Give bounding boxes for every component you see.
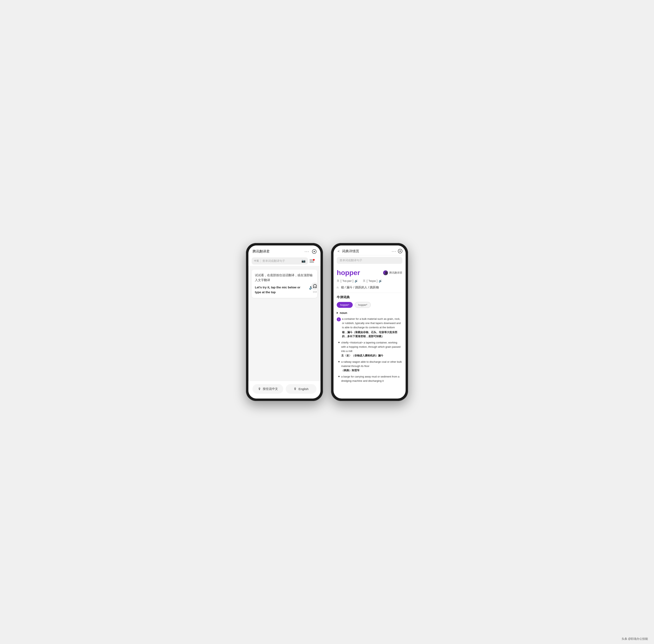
oxford-title: 牛津词典 (337, 295, 402, 300)
def-entry-1: 1 a container for a bulk material such a… (337, 317, 402, 338)
main-container: 腾讯翻译君 ··· 中英 查单词或翻译句子 📷 (246, 243, 408, 401)
left-phone: 腾讯翻译君 ··· 中英 查单词或翻译句子 📷 (246, 243, 323, 401)
more-icon[interactable]: ··· (305, 249, 309, 254)
def-1-content: a container for a bulk material such as … (342, 317, 402, 338)
svg-point-1 (385, 272, 387, 274)
notification-dot (313, 259, 315, 261)
phon-us-text: [ ˈhɑːpər ] (341, 279, 353, 282)
bottom-bar: 🎙 按住说中文 🎙 English (248, 381, 320, 398)
dict-content: hopper 腾讯翻译君 美 (334, 266, 406, 398)
menu-line-3 (310, 262, 314, 262)
right-phone: ＜ 词典详情页 ··· 查单词或翻译句子 hopper (331, 243, 408, 401)
app-title: 腾讯翻译君 (252, 249, 270, 254)
brand-icon (383, 270, 388, 275)
dict-title: 词典详情页 (342, 249, 390, 254)
record-icon[interactable] (312, 249, 316, 254)
side-panel: 🎧 语译 (311, 282, 318, 294)
watermark: 头条 @职场办公技能 (622, 637, 648, 641)
bullet-4-en: a barge for carrying away mud or sedimen… (341, 375, 402, 383)
mic-english-button[interactable]: 🎙 English (286, 384, 316, 394)
pos-header-noun: noun (337, 311, 402, 315)
content-area: 试试看，在底部按住说话翻译，或在顶部输入文字翻译 Let's try it, t… (248, 266, 320, 381)
phon-uk-speaker[interactable]: 🔊 (379, 279, 382, 282)
pos: n. (337, 285, 339, 290)
bullet-3 (338, 361, 340, 362)
phon-us-speaker[interactable]: 🔊 (355, 279, 358, 282)
translation-box: 试试看，在底部按住说话翻译，或在顶部输入文字翻译 Let's try it, t… (252, 270, 317, 298)
top-search-bar: 中英 查单词或翻译句子 📷 (248, 256, 320, 266)
bullet-2-en: chiefly <historical> a tapering containe… (341, 341, 402, 353)
mic-chinese-icon: 🎙 (258, 387, 261, 391)
word-heading: hopper 腾讯翻译君 (337, 269, 402, 277)
word-main: hopper (337, 269, 360, 277)
def-brief: n. 箱 / 漏斗 / 跳跃的人 / 跳跃物 (337, 285, 402, 290)
tab-hopper2[interactable]: hopper² (355, 302, 371, 308)
def-number-1: 1 (337, 317, 341, 321)
back-button[interactable]: ＜ (337, 249, 340, 254)
phon-uk-region: 英 (363, 279, 365, 283)
bullet-3-en: a railway wagon able to discharge coal o… (341, 360, 402, 368)
right-screen: ＜ 词典详情页 ··· 查单词或翻译句子 hopper (334, 246, 406, 398)
phonetic-uk: 英 [ ˈhɒpə ] 🔊 (363, 279, 382, 283)
translated-text: Let's try it, tap the mic below or type … (255, 285, 307, 295)
mic-chinese-button[interactable]: 🎙 按住说中文 (252, 384, 283, 394)
camera-icon[interactable]: 📷 (301, 259, 306, 263)
phon-uk-text: [ ˈhɒpə ] (367, 279, 378, 282)
def-bullet-4: a barge for carrying away mud or sedimen… (337, 375, 402, 383)
bullet-3-content: a railway wagon able to discharge coal o… (341, 360, 402, 372)
search-input-wrapper[interactable]: 中英 查单词或翻译句子 📷 (252, 257, 308, 264)
bullet-4 (338, 376, 340, 377)
word-tabs: hopper¹ hopper² (337, 302, 402, 308)
bullet-2-content: chiefly <historical> a tapering containe… (341, 341, 402, 357)
dict-search-placeholder: 查单词或翻译句子 (340, 259, 362, 262)
phonetic-us: 美 [ ˈhɑːpər ] 🔊 (337, 279, 358, 283)
bullet-2 (338, 342, 340, 343)
dict-header: ＜ 词典详情页 ··· (334, 246, 406, 255)
header-icons: ··· (305, 249, 316, 254)
lang-badge: 中英 (254, 259, 261, 263)
phonetics: 美 [ ˈhɑːpər ] 🔊 英 [ ˈhɒpə ] 🔊 (337, 279, 402, 283)
search-placeholder: 查单词或翻译句子 (262, 259, 300, 263)
bullet-2-cn: 主〈史〉（谷物进入磨粉机的）漏斗 (341, 354, 402, 358)
mic-english-label: English (298, 387, 308, 391)
menu-button[interactable] (310, 260, 314, 262)
tab-hopper1[interactable]: hopper¹ (337, 302, 353, 308)
translation-label: 语译 (313, 291, 317, 294)
dict-record-dot (400, 251, 401, 252)
noun-label: noun (340, 311, 347, 315)
def-1-cn: 箱，漏斗（装载如谷物、石头、垃圾等大批东西的，多向下逐渐变细，底部可卸载） (342, 330, 402, 338)
dict-search-bar[interactable]: 查单词或翻译句子 (337, 257, 402, 264)
def-bullet-3: a railway wagon able to discharge coal o… (337, 360, 402, 372)
def-short: 箱 / 漏斗 / 跳跃的人 / 跳跃物 (341, 285, 379, 290)
divider-1 (337, 293, 402, 293)
bullet-3-cn: （铁路）卸货车 (341, 369, 402, 372)
app-header: 腾讯翻译君 ··· (248, 246, 320, 256)
brand-badge: 腾讯翻译君 (383, 270, 402, 275)
mic-english-icon: 🎙 (294, 387, 297, 391)
menu-line-2 (310, 261, 314, 261)
original-text: 试试看，在底部按住说话翻译，或在顶部输入文字翻译 (255, 273, 314, 282)
dict-record-icon[interactable] (398, 249, 402, 253)
dict-more-icon[interactable]: ··· (392, 249, 396, 254)
def-bullet-2: chiefly <historical> a tapering containe… (337, 341, 402, 357)
brand-name: 腾讯翻译君 (389, 271, 402, 275)
left-screen: 腾讯翻译君 ··· 中英 查单词或翻译句子 📷 (248, 246, 320, 398)
mic-chinese-label: 按住说中文 (263, 387, 278, 391)
triangle-icon (337, 312, 338, 314)
bullet-4-content: a barge for carrying away mud or sedimen… (341, 375, 402, 383)
def-1-en: a container for a bulk material such as … (342, 317, 402, 329)
phon-us-region: 美 (337, 279, 339, 283)
headphone-icon[interactable]: 🎧 (311, 282, 318, 290)
record-dot (314, 251, 315, 252)
watermark-text: 头条 @职场办公技能 (622, 637, 648, 640)
